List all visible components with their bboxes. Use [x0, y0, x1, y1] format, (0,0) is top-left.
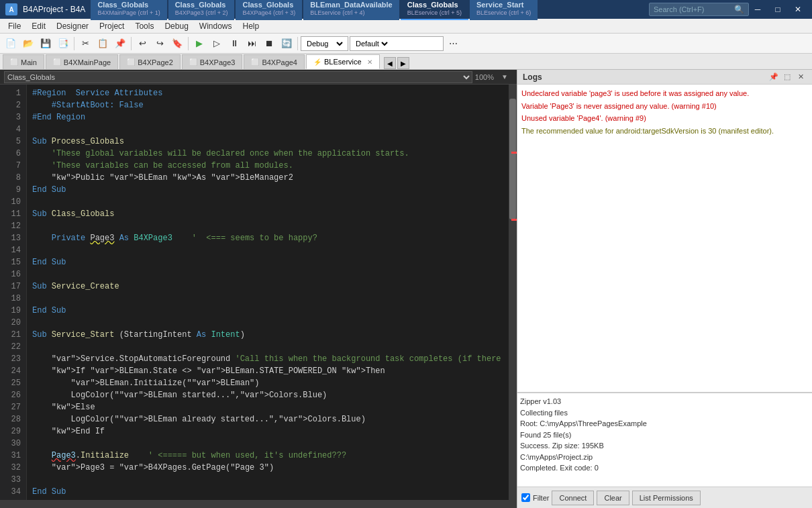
paste-button[interactable]: 📌 — [112, 36, 128, 52]
title-tab-tab4[interactable]: BLEman_DataAvailableBLEservice (ctrl + 4… — [303, 0, 399, 20]
tab-label: Main — [21, 58, 37, 66]
menu-item-windows[interactable]: Windows — [194, 20, 238, 32]
tab-icon: ⬜ — [189, 58, 197, 66]
open-button[interactable]: 📂 — [20, 36, 36, 52]
connect-button[interactable]: Connect — [552, 491, 594, 505]
build-log-line: C:\myApps\Project.zip — [520, 452, 809, 463]
title-bar-tabs: Class_GlobalsB4XMainPage (ctrl + 1)Class… — [91, 0, 644, 20]
device-config-select[interactable]: Default — [353, 39, 390, 48]
separator — [74, 37, 74, 50]
tab-label: B4XMainPage — [64, 58, 111, 66]
tab-label: B4XPage2 — [138, 58, 173, 66]
logs-close-button[interactable]: ✕ — [795, 71, 807, 83]
menu-item-debug[interactable]: Debug — [159, 20, 193, 32]
error-marker-2 — [511, 219, 517, 221]
save-all-button[interactable]: 📑 — [55, 36, 71, 52]
title-tab-tab2[interactable]: Class_GlobalsB4XPage3 (ctrl + 2) — [168, 0, 235, 20]
menu-item-help[interactable]: Help — [238, 20, 265, 32]
log-message: The recommended value for android:target… — [520, 125, 809, 138]
error-marker-1 — [511, 152, 517, 154]
line-numbers: 1234567891011121314151617181920212223242… — [0, 85, 27, 500]
undo-button[interactable]: ↩ — [134, 36, 150, 52]
editor-tab-main[interactable]: ⬜Main — [3, 54, 44, 69]
separator2 — [131, 37, 132, 50]
filter-label: Filter — [533, 494, 549, 502]
log-message: Undeclared variable 'page3' is used befo… — [520, 87, 809, 100]
build-config-select[interactable]: Debug Release — [304, 39, 345, 48]
close-button[interactable]: ✕ — [789, 2, 807, 17]
tab-icon: ⬜ — [127, 58, 135, 66]
title-bar-search[interactable]: 🔍 — [649, 3, 749, 16]
tab-close-icon[interactable]: ✕ — [367, 58, 372, 66]
title-tab-tab6[interactable]: Service_StartBLEservice (ctrl + 6) — [470, 0, 538, 20]
app-icon: A — [5, 3, 17, 15]
tab-label: B4XPage4 — [262, 58, 297, 66]
horizontal-scrollbar[interactable] — [0, 500, 517, 508]
minimize-button[interactable]: ─ — [749, 2, 766, 17]
filter-checkbox-label[interactable]: Filter — [521, 493, 549, 502]
editor-tab-b4xmainpage[interactable]: ⬜B4XMainPage — [46, 54, 118, 69]
class-dropdown[interactable]: Class_Globals — [4, 71, 472, 83]
title-bar: A B4AProject - B4A Class_GlobalsB4XMainP… — [0, 0, 812, 19]
redo-button[interactable]: ↪ — [152, 36, 168, 52]
toolbar: 📄 📂 💾 📑 ✂ 📋 📌 ↩ ↪ 🔖 ▶ ▷ ⏸ ⏭ ⏹ 🔄 Debug Re… — [0, 34, 812, 54]
main-area: Class_Globals 100% ▼ 1234567891011121314… — [0, 70, 812, 508]
save-button[interactable]: 💾 — [38, 36, 54, 52]
build-log-line: Collecting files — [520, 407, 809, 419]
tab-nav-right[interactable]: ▶ — [397, 57, 409, 69]
run-remote-button[interactable]: ▷ — [209, 36, 225, 52]
title-tab-tab1[interactable]: Class_GlobalsB4XMainPage (ctrl + 1) — [91, 0, 166, 20]
menu-item-project[interactable]: Project — [94, 20, 130, 32]
search-icon[interactable]: 🔍 — [734, 5, 744, 14]
list-permissions-button[interactable]: List Permissions — [632, 491, 701, 505]
logs-header: Logs 📌 ⬚ ✕ — [517, 70, 812, 85]
build-log-line: Completed. Exit code: 0 — [520, 462, 809, 474]
tab-nav: ◀ ▶ — [384, 57, 409, 69]
search-input[interactable] — [654, 5, 734, 13]
log-message: Variable 'Page3' is never assigned any v… — [520, 100, 809, 113]
tab-icon: ⚡ — [313, 58, 321, 66]
tab-nav-left[interactable]: ◀ — [384, 57, 396, 69]
title-tab-tab3[interactable]: Class_GlobalsB4XPage4 (ctrl + 3) — [236, 0, 302, 20]
vertical-scrollbar[interactable] — [509, 85, 517, 500]
tab-icon: ⬜ — [10, 58, 18, 66]
editor-tab-bar: ⬜Main⬜B4XMainPage⬜B4XPage2⬜B4XPage3⬜B4XP… — [0, 54, 812, 70]
more-button[interactable]: ⋯ — [445, 36, 461, 52]
pause-button[interactable]: ⏸ — [226, 36, 242, 52]
logs-float-button[interactable]: ⬚ — [781, 71, 793, 83]
cut-button[interactable]: ✂ — [77, 36, 93, 52]
device-config-dropdown[interactable]: Default — [350, 36, 444, 51]
run-button[interactable]: ▶ — [191, 36, 207, 52]
editor-tab-b4xpage2[interactable]: ⬜B4XPage2 — [119, 54, 181, 69]
logs-messages: Undeclared variable 'page3' is used befo… — [517, 85, 812, 393]
refresh-button[interactable]: 🔄 — [278, 36, 295, 52]
menu-item-tools[interactable]: Tools — [130, 20, 159, 32]
build-config-dropdown[interactable]: Debug Release — [301, 36, 348, 51]
menu-item-designer[interactable]: Designer — [51, 20, 94, 32]
logs-title: Logs — [523, 72, 542, 82]
scrollbar-thumb[interactable] — [509, 99, 516, 219]
copy-button[interactable]: 📋 — [95, 36, 111, 52]
editor-tab-bleservice[interactable]: ⚡BLEservice✕ — [306, 54, 380, 69]
tab-icon: ⬜ — [53, 58, 61, 66]
code-content[interactable]: #Region Service Attributes #StartAtBoot:… — [27, 85, 509, 500]
editor-tab-b4xpage4[interactable]: ⬜B4XPage4 — [244, 54, 305, 69]
build-log-line: Root: C:\myApps\ThreePagesExample — [520, 418, 809, 429]
logs-pin-button[interactable]: 📌 — [768, 71, 780, 83]
editor-tab-b4xpage3[interactable]: ⬜B4XPage3 — [182, 54, 243, 69]
new-button[interactable]: 📄 — [3, 36, 19, 52]
zoom-level: 100% — [475, 73, 494, 81]
title-tab-tab5[interactable]: Class_GlobalsBLEservice (ctrl + 5) — [401, 0, 468, 20]
bookmark-button[interactable]: 🔖 — [169, 36, 185, 52]
stop-button[interactable]: ⏹ — [261, 36, 277, 52]
clear-button[interactable]: Clear — [597, 491, 629, 505]
code-area[interactable]: 1234567891011121314151617181920212223242… — [0, 85, 517, 500]
tab-label: BLEservice — [324, 58, 362, 66]
separator3 — [188, 37, 189, 50]
menu-item-edit[interactable]: Edit — [26, 20, 51, 32]
step-button[interactable]: ⏭ — [244, 36, 260, 52]
maximize-button[interactable]: □ — [769, 2, 786, 17]
menu-item-file[interactable]: File — [3, 20, 26, 32]
filter-checkbox[interactable] — [521, 493, 530, 502]
zoom-dropdown-btn[interactable]: ▼ — [497, 70, 513, 85]
